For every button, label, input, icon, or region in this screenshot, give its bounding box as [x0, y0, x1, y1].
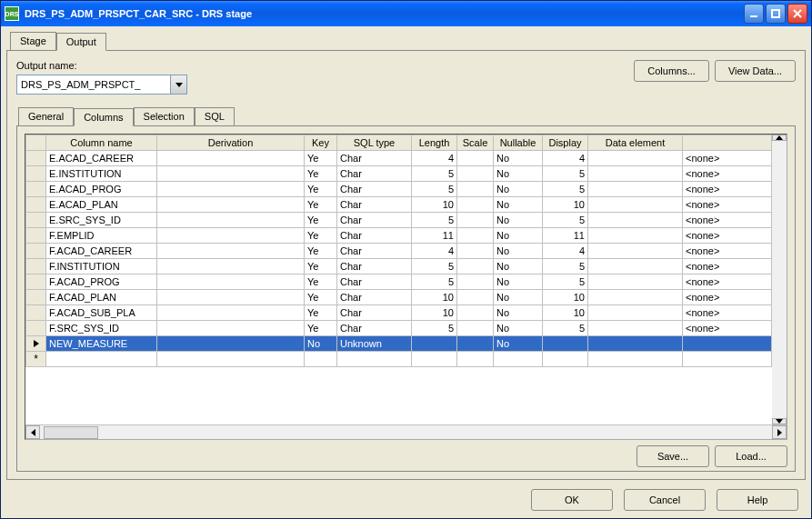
- cell-elem[interactable]: [588, 228, 683, 244]
- cell-len[interactable]: 4: [412, 151, 457, 166]
- cell-deriv[interactable]: [157, 321, 305, 336]
- cell-empty[interactable]: [494, 352, 543, 367]
- cell-key[interactable]: Ye: [305, 321, 337, 336]
- cell-disp[interactable]: 5: [543, 182, 588, 197]
- cell-disp[interactable]: 10: [543, 305, 588, 321]
- view-data-button[interactable]: View Data...: [715, 60, 796, 82]
- table-row[interactable]: F.ACAD_CAREERYeChar4No4<none>: [26, 244, 772, 259]
- cell-null[interactable]: No: [494, 336, 543, 352]
- cell-len[interactable]: 5: [412, 213, 457, 228]
- col-header-key[interactable]: Key: [305, 135, 337, 151]
- cell-name[interactable]: E.INSTITUTION: [46, 166, 157, 182]
- cell-elem[interactable]: [588, 244, 683, 259]
- cell-sql[interactable]: Char: [337, 244, 412, 259]
- cell-elem[interactable]: [588, 259, 683, 274]
- cell-len[interactable]: 5: [412, 182, 457, 197]
- scroll-down-button[interactable]: [772, 418, 787, 424]
- cell-empty[interactable]: [305, 352, 337, 367]
- scroll-left-button[interactable]: [25, 425, 40, 439]
- cell-deriv[interactable]: [157, 244, 305, 259]
- cell-disp[interactable]: 4: [543, 151, 588, 166]
- cell-deriv[interactable]: [157, 228, 305, 244]
- cell-deriv[interactable]: [157, 166, 305, 182]
- cell-len[interactable]: [412, 336, 457, 352]
- cell-extra[interactable]: <none>: [683, 305, 772, 321]
- cell-disp[interactable]: 4: [543, 244, 588, 259]
- cell-len[interactable]: 10: [412, 305, 457, 321]
- titlebar[interactable]: DRS DRS_PS_ADM_PRSPCT_CAR_SRC - DRS stag…: [1, 1, 811, 26]
- cell-scale[interactable]: [457, 274, 494, 290]
- cell-null[interactable]: No: [494, 228, 543, 244]
- grid-corner[interactable]: [26, 135, 46, 151]
- cell-scale[interactable]: [457, 259, 494, 274]
- cell-name[interactable]: F.ACAD_PLAN: [46, 290, 157, 305]
- load-button[interactable]: Load...: [715, 445, 787, 467]
- cell-disp[interactable]: 5: [543, 274, 588, 290]
- tab-selection[interactable]: Selection: [134, 107, 195, 125]
- grid-horizontal-scrollbar[interactable]: [25, 424, 787, 439]
- cell-key[interactable]: Ye: [305, 166, 337, 182]
- cell-scale[interactable]: [457, 290, 494, 305]
- cell-empty[interactable]: [46, 352, 157, 367]
- cell-deriv[interactable]: [157, 274, 305, 290]
- cell-disp[interactable]: 5: [543, 259, 588, 274]
- maximize-button[interactable]: [766, 4, 786, 24]
- output-name-combo[interactable]: [16, 75, 187, 95]
- cell-name[interactable]: F.EMPLID: [46, 228, 157, 244]
- cell-disp[interactable]: 5: [543, 166, 588, 182]
- cell-scale[interactable]: [457, 228, 494, 244]
- table-row[interactable]: NEW_MEASURENoUnknownNo: [26, 336, 772, 352]
- row-header[interactable]: [26, 166, 46, 182]
- cell-elem[interactable]: [588, 336, 683, 352]
- cell-scale[interactable]: [457, 197, 494, 213]
- cell-name[interactable]: F.ACAD_PROG: [46, 274, 157, 290]
- cell-elem[interactable]: [588, 182, 683, 197]
- scroll-right-button[interactable]: [772, 425, 787, 439]
- cell-sql[interactable]: Char: [337, 213, 412, 228]
- col-header-scale[interactable]: Scale: [457, 135, 494, 151]
- cell-scale[interactable]: [457, 166, 494, 182]
- cell-sql[interactable]: Char: [337, 290, 412, 305]
- cell-sql[interactable]: Char: [337, 274, 412, 290]
- row-header[interactable]: [26, 321, 46, 336]
- cell-null[interactable]: No: [494, 151, 543, 166]
- close-button[interactable]: [787, 4, 807, 24]
- tab-general[interactable]: General: [18, 107, 74, 125]
- cell-elem[interactable]: [588, 213, 683, 228]
- cell-scale[interactable]: [457, 305, 494, 321]
- row-header[interactable]: [26, 151, 46, 166]
- col-header-extra[interactable]: [683, 135, 772, 151]
- table-row[interactable]: E.ACAD_PROGYeChar5No5<none>: [26, 182, 772, 197]
- row-header[interactable]: [26, 290, 46, 305]
- cell-elem[interactable]: [588, 290, 683, 305]
- row-header[interactable]: [26, 305, 46, 321]
- cell-sql[interactable]: Char: [337, 151, 412, 166]
- scroll-vtrack[interactable]: [772, 141, 787, 418]
- cell-len[interactable]: 10: [412, 197, 457, 213]
- cell-key[interactable]: Ye: [305, 197, 337, 213]
- col-header-name[interactable]: Column name: [46, 135, 157, 151]
- tab-stage[interactable]: Stage: [10, 32, 56, 50]
- cell-scale[interactable]: [457, 182, 494, 197]
- cell-len[interactable]: 10: [412, 290, 457, 305]
- help-button[interactable]: Help: [717, 489, 798, 511]
- table-row[interactable]: F.SRC_SYS_IDYeChar5No5<none>: [26, 321, 772, 336]
- row-header[interactable]: [26, 274, 46, 290]
- cell-elem[interactable]: [588, 151, 683, 166]
- cell-null[interactable]: No: [494, 213, 543, 228]
- cell-name[interactable]: E.SRC_SYS_ID: [46, 213, 157, 228]
- tab-columns[interactable]: Columns: [74, 108, 133, 126]
- cell-key[interactable]: Ye: [305, 244, 337, 259]
- cell-empty[interactable]: [337, 352, 412, 367]
- row-header[interactable]: [26, 244, 46, 259]
- cell-scale[interactable]: [457, 321, 494, 336]
- output-name-input[interactable]: [16, 75, 171, 95]
- row-header[interactable]: [26, 336, 46, 352]
- table-row[interactable]: E.ACAD_CAREERYeChar4No4<none>: [26, 151, 772, 166]
- tab-sql[interactable]: SQL: [195, 107, 235, 125]
- row-header[interactable]: [26, 197, 46, 213]
- cell-empty[interactable]: [457, 352, 494, 367]
- cell-deriv[interactable]: [157, 336, 305, 352]
- cell-deriv[interactable]: [157, 290, 305, 305]
- new-row-marker[interactable]: *: [26, 352, 46, 367]
